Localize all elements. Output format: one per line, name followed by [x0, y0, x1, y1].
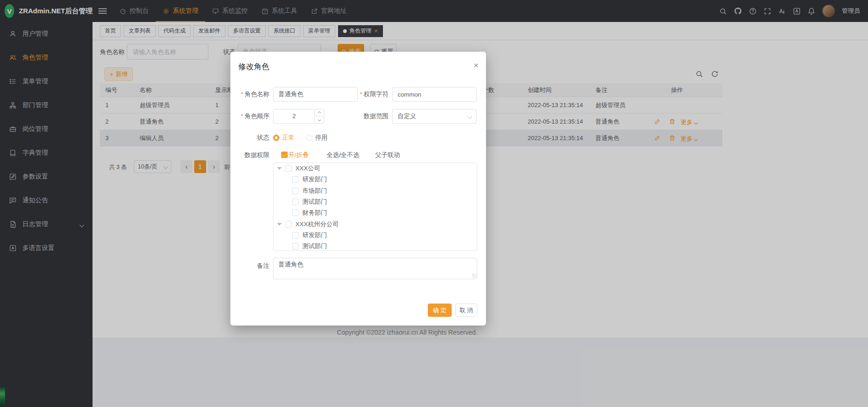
tree-node-label: 测试部门 [302, 198, 327, 206]
resize-grip-icon[interactable] [472, 274, 476, 278]
tree-node-label: XXX杭州分公司 [295, 220, 339, 228]
tree-checkbox[interactable] [292, 210, 299, 216]
tree-checkbox[interactable] [292, 176, 299, 183]
remark-textarea[interactable]: 普通角色 [273, 258, 477, 279]
status-label: 状态 [230, 133, 269, 142]
data-scope-select[interactable]: 自定义 [392, 109, 477, 124]
tree-node-label: 财务部门 [302, 209, 327, 217]
corner-badge [0, 386, 5, 407]
select-all-label[interactable]: 全选/全不选 [327, 151, 359, 160]
tree-node-dept[interactable]: 研发部门 [273, 230, 477, 241]
tree-checkbox[interactable] [292, 232, 299, 239]
tree-checkbox[interactable] [292, 188, 299, 194]
role-order-label: *角色顺序 [230, 109, 269, 124]
role-order-stepper[interactable]: 2 [273, 109, 324, 124]
perm-char-label: *权限字符 [347, 87, 388, 102]
data-permission-label: 数据权限 [230, 151, 269, 160]
stepper-controls [314, 109, 324, 123]
permission-tree: XXX公司 研发部门 市场部门 测试部门 财务部门 XXX杭州分公司 [273, 163, 477, 251]
role-order-value: 2 [273, 109, 315, 123]
tree-node-label: 研发部门 [302, 175, 327, 184]
tree-node-company[interactable]: XXX公司 [273, 163, 477, 174]
tree-node-label: 测试部门 [302, 242, 327, 250]
tree-checkbox[interactable] [292, 199, 299, 205]
tree-node-dept[interactable]: 市场部门 [273, 185, 477, 196]
expand-collapse-label[interactable]: 展开/折叠 [282, 151, 309, 160]
tree-checkbox[interactable] [285, 165, 292, 172]
required-asterisk: * [241, 91, 243, 98]
caret-down-icon[interactable] [277, 167, 282, 170]
remark-label: 备注 [230, 261, 269, 271]
tree-node-dept[interactable]: 测试部门 [273, 196, 477, 207]
role-name-input[interactable] [273, 87, 358, 102]
data-scope-label: 数据范围 [347, 109, 388, 124]
role-name-label: *角色名称 [230, 87, 269, 102]
tree-node-dept[interactable]: 财务部门 [273, 207, 477, 218]
chevron-down-icon [468, 114, 472, 119]
status-normal-label[interactable]: 正常 [282, 133, 295, 142]
tree-node-dept[interactable]: 研发部门 [273, 174, 477, 185]
data-scope-value: 自定义 [398, 112, 416, 120]
status-disabled-label[interactable]: 停用 [315, 133, 328, 142]
caret-down-icon[interactable] [277, 223, 282, 226]
required-asterisk: * [360, 91, 362, 98]
perm-char-input[interactable] [392, 87, 477, 102]
tree-node-label: 市场部门 [302, 187, 327, 195]
tree-node-label: XXX公司 [295, 164, 320, 173]
tree-checkbox[interactable] [292, 243, 299, 250]
decrease-button[interactable] [315, 116, 324, 123]
tree-node-dept[interactable]: 测试部门 [273, 241, 477, 251]
app-root: V ZRAdmin.NET后台管理 控制台 系统管理 系统监控 系统工具 [0, 0, 868, 407]
edit-role-dialog: 修改角色 × *角色名称 *权限字符 *角色顺序 2 数据范围 自定义 状态 正… [230, 52, 486, 326]
cancel-button[interactable]: 取 消 [455, 304, 477, 317]
close-icon[interactable]: × [474, 61, 479, 70]
increase-button[interactable] [315, 109, 324, 116]
confirm-button[interactable]: 确 定 [428, 304, 452, 317]
tree-checkbox[interactable] [285, 221, 292, 228]
status-disabled-radio[interactable] [306, 135, 312, 141]
parent-child-label[interactable]: 父子联动 [375, 151, 400, 160]
tree-node-branch[interactable]: XXX杭州分公司 [273, 219, 477, 230]
status-normal-radio[interactable] [273, 135, 279, 141]
dialog-title: 修改角色 [238, 61, 269, 72]
tree-node-label: 研发部门 [302, 231, 327, 239]
required-asterisk: * [241, 113, 243, 119]
